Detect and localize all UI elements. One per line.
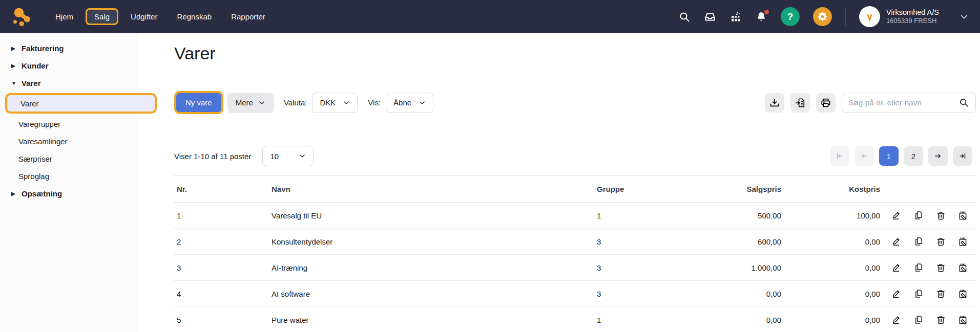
sidebar-group-fakturering[interactable]: ▶ Fakturering [0, 39, 137, 57]
topbar: HjemSalgUdgifterRegnskabRapporter ? Virk… [0, 0, 980, 33]
nav-item-hjem[interactable]: Hjem [48, 8, 80, 25]
col-nr: Nr. [174, 185, 272, 193]
first-page-button[interactable] [830, 146, 849, 166]
export-document-icon [795, 97, 806, 108]
apps-icon[interactable] [729, 11, 742, 23]
last-page-button[interactable] [953, 146, 972, 166]
settings-gear-button[interactable] [813, 7, 832, 26]
cell-salgspris: 600,00 [674, 237, 781, 246]
cell-nr: 3 [174, 263, 272, 272]
export-document-button[interactable] [790, 93, 810, 113]
delete-trash-icon[interactable] [935, 210, 946, 221]
more-button[interactable]: Mere [227, 93, 274, 113]
table-row: 4 AI software 3 0,00 0,00 [174, 281, 976, 307]
cell-navn: AI-træning [272, 263, 597, 272]
sidebar-item-sproglag[interactable]: Sproglag [0, 167, 137, 185]
cell-nr: 2 [174, 237, 272, 246]
edit-pencil-icon[interactable] [891, 210, 902, 221]
currency-select[interactable]: DKK [312, 93, 358, 113]
delete-trash-icon[interactable] [935, 236, 946, 247]
account-menu[interactable]: Virksomhed A/S 1605339 FRESH [859, 6, 969, 27]
prev-page-button[interactable] [854, 146, 874, 166]
sidebar-group-varer[interactable]: ▼ Varer [0, 74, 137, 92]
currency-label: Valuta: [284, 98, 307, 107]
cell-kostpris: 100,00 [781, 211, 880, 220]
cell-navn: Konsultentydelser [272, 237, 597, 246]
note-pad-icon[interactable] [957, 210, 968, 221]
cell-gruppe: 3 [597, 237, 674, 246]
new-item-button[interactable]: Ny vare [176, 93, 221, 112]
cell-salgspris: 500,00 [674, 211, 781, 220]
sidebar-group-kunder[interactable]: ▶ Kunder [0, 57, 137, 74]
chevron-down-icon [419, 99, 426, 106]
copy-icon[interactable] [913, 262, 924, 273]
view-label: Vis: [368, 98, 381, 107]
chevron-down-icon [343, 99, 350, 106]
delete-trash-icon[interactable] [935, 289, 946, 299]
edit-pencil-icon[interactable] [891, 236, 902, 247]
nav-item-udgifter[interactable]: Udgifter [123, 8, 165, 25]
search-icon[interactable] [678, 11, 691, 23]
primary-nav: HjemSalgUdgifterRegnskabRapporter [48, 8, 273, 25]
cell-salgspris: 1.000,00 [674, 263, 781, 272]
search-icon[interactable] [958, 97, 969, 108]
note-pad-icon[interactable] [957, 315, 968, 325]
next-page-button[interactable] [928, 146, 948, 166]
note-pad-icon[interactable] [957, 262, 968, 273]
cell-nr: 5 [174, 316, 272, 324]
help-button[interactable]: ? [781, 7, 800, 26]
cell-kostpris: 0,00 [781, 290, 880, 298]
note-pad-icon[interactable] [957, 236, 968, 247]
col-gruppe: Gruppe [597, 185, 674, 193]
sidebar-item-varer[interactable]: Varer [7, 95, 155, 112]
edit-pencil-icon[interactable] [891, 315, 902, 325]
copy-icon[interactable] [913, 210, 924, 221]
topbar-divider [845, 8, 846, 26]
cell-navn: AI software [272, 290, 597, 298]
delete-trash-icon[interactable] [935, 262, 946, 273]
table-row: 3 AI-træning 3 1.000,00 0,00 [174, 255, 976, 281]
topbar-right: ? Virksomhed A/S 1605339 FRESH [678, 6, 969, 27]
col-kostpris: Kostpris [781, 185, 880, 193]
note-pad-icon[interactable] [957, 289, 968, 299]
nav-item-salg[interactable]: Salg [86, 8, 118, 25]
nav-item-rapporter[interactable]: Rapporter [224, 8, 273, 25]
copy-icon[interactable] [913, 236, 924, 247]
edit-pencil-icon[interactable] [891, 289, 902, 299]
view-select[interactable]: Åbne [386, 93, 433, 113]
page-button-2[interactable]: 2 [904, 146, 923, 166]
caret-icon: ▼ [11, 80, 17, 86]
search-input[interactable] [848, 98, 958, 107]
download-button[interactable] [765, 93, 784, 113]
chevron-down-icon [299, 152, 306, 160]
cell-gruppe: 1 [597, 316, 674, 324]
inbox-icon[interactable] [704, 11, 716, 23]
sidebar-item-særpriser[interactable]: Særpriser [0, 150, 137, 167]
table-row: 5 Pure water 1 0,00 0,00 [174, 307, 976, 332]
col-salgspris: Salgspris [674, 185, 781, 193]
last-arrow-icon [958, 151, 967, 161]
edit-pencil-icon[interactable] [891, 262, 902, 273]
page-button-1[interactable]: 1 [879, 146, 899, 166]
page-size-select[interactable]: 10 [262, 146, 314, 166]
app-logo-icon[interactable] [11, 6, 33, 28]
cell-kostpris: 0,00 [781, 316, 880, 324]
nav-item-regnskab[interactable]: Regnskab [170, 8, 219, 25]
sidebar-group-opsætning[interactable]: ▶ Opsætning [0, 185, 137, 202]
notification-dot [764, 10, 769, 14]
sidebar-item-varesamlinger[interactable]: Varesamlinger [0, 132, 137, 150]
notifications-bell-icon[interactable] [755, 11, 767, 23]
copy-icon[interactable] [913, 315, 924, 325]
cell-kostpris: 0,00 [781, 237, 880, 246]
sidebar-item-varegrupper[interactable]: Varegrupper [0, 115, 137, 132]
print-button[interactable] [816, 93, 836, 113]
chevron-down-icon [258, 99, 265, 106]
first-arrow-icon [835, 151, 844, 161]
caret-icon: ▶ [11, 46, 17, 51]
caret-icon: ▶ [11, 191, 17, 196]
company-avatar [859, 6, 880, 27]
cell-nr: 1 [174, 211, 272, 220]
copy-icon[interactable] [913, 289, 924, 299]
cell-salgspris: 0,00 [674, 316, 781, 324]
delete-trash-icon[interactable] [935, 315, 946, 325]
